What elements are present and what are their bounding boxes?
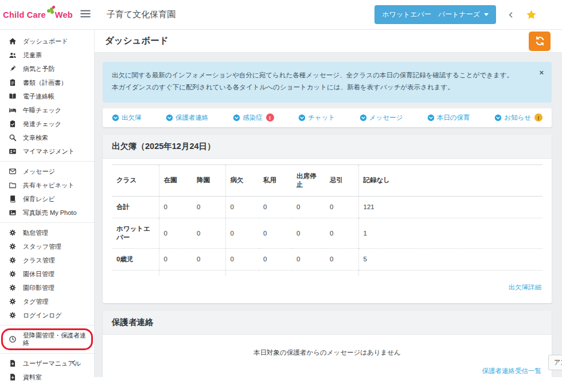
survey-corner-tab[interactable]: アン bbox=[548, 355, 562, 370]
attendance-column-header: 降園 bbox=[192, 164, 225, 196]
attendance-cell: 0 bbox=[292, 270, 325, 276]
attendance-card-body: クラス在園降園病欠私用出席停止忌引記録なし 合計000000121ホワットエバー… bbox=[103, 159, 552, 303]
sidebar-item-label: 園印影管理 bbox=[23, 284, 54, 292]
clover-icon bbox=[47, 7, 54, 13]
shortcut-shukketsubo[interactable]: 出欠簿 bbox=[112, 113, 142, 122]
sidebar-item-login-log[interactable]: ログインログ bbox=[0, 308, 94, 322]
chev-circle-down-icon bbox=[298, 114, 306, 121]
sidebar-item-hattatsu-check[interactable]: 発達チェック bbox=[0, 117, 94, 131]
attendance-cell: 0 bbox=[259, 196, 292, 218]
sidebar-item-denshi-renrakucho[interactable]: 電子連絡帳 bbox=[0, 89, 94, 103]
topbar: Child CareWeb 子育て文化保育園 ホワットエバー パートナーズ bbox=[0, 0, 562, 30]
sidebar: ダッシュボード児童票病気と予防書類（計画書）電子連絡帳午睡チェック発達チェック文… bbox=[0, 30, 95, 377]
sidebar-item-my-management[interactable]: マイマネジメント bbox=[0, 144, 94, 158]
chevron-left-icon bbox=[70, 359, 78, 367]
file-download-icon bbox=[9, 359, 17, 367]
star-icon[interactable] bbox=[526, 9, 537, 20]
sidebar-item-label: 文章検索 bbox=[23, 134, 48, 142]
sidebar-item-label: 写真販売 My Photo bbox=[23, 209, 77, 217]
sidebar-item-shorui-keikakusho[interactable]: 書類（計画書） bbox=[0, 76, 94, 89]
chev-circle-down-icon bbox=[494, 114, 502, 121]
shortcut-kansensho[interactable]: 感染症! bbox=[233, 113, 274, 122]
sidebar-item-class-kanri[interactable]: クラス管理 bbox=[0, 253, 94, 267]
attendance-detail-link[interactable]: 出欠簿詳細 bbox=[509, 284, 542, 291]
sidebar-item-label: 園休日管理 bbox=[23, 271, 54, 278]
attendance-cell: 0 bbox=[259, 270, 292, 276]
sidebar-item-gosui-check[interactable]: 午睡チェック bbox=[0, 103, 94, 117]
sidebar-item-kyoyu-cabinet[interactable]: 共有キャビネット bbox=[0, 178, 94, 192]
sidebar-item-staff-kanri[interactable]: スタッフ管理 bbox=[0, 240, 94, 253]
sidebar-item-hoiku-recipe[interactable]: 保育レシピ bbox=[0, 192, 94, 206]
sidebar-item-label: 発達チェック bbox=[23, 120, 61, 128]
banner-close-button[interactable]: × bbox=[539, 66, 544, 80]
sidebar-divider bbox=[0, 222, 94, 223]
attendance-row-class: ホワットエバー bbox=[112, 218, 159, 248]
account-dropdown-button[interactable]: ホワットエバー パートナーズ bbox=[374, 5, 496, 24]
refresh-button[interactable] bbox=[529, 32, 551, 51]
sidebar-divider bbox=[0, 325, 94, 326]
attendance-table-head: クラス在園降園病欠私用出席停止忌引記録なし bbox=[112, 164, 543, 196]
attendance-cell: 0 bbox=[325, 218, 358, 248]
attendance-row-class: 1歳児 bbox=[112, 270, 159, 276]
dashboard-content: 出欠に関する最新のインフォメーションや自分に宛てられた各種メッセージ、全クラスの… bbox=[95, 53, 562, 377]
sidebar-item-label: 午睡チェック bbox=[23, 107, 61, 114]
chev-circle-down-icon bbox=[360, 114, 367, 121]
sidebar-item-en-kyujitsu-kanri[interactable]: 園休日管理 bbox=[0, 267, 94, 281]
shortcut-chat[interactable]: チャット bbox=[298, 113, 335, 122]
attendance-table-scroll[interactable]: クラス在園降園病欠私用出席停止忌引記録なし 合計000000121ホワットエバー… bbox=[112, 164, 543, 276]
attendance-row: 0歳児0000005 bbox=[112, 248, 543, 270]
caret-down-icon bbox=[484, 13, 489, 16]
sidebar-divider bbox=[0, 161, 94, 162]
attendance-cell: 4 bbox=[358, 270, 543, 276]
gear-icon bbox=[9, 242, 17, 250]
attendance-cell: 0 bbox=[225, 270, 259, 276]
attendance-cell: 0 bbox=[259, 218, 292, 248]
sidebar-item-label: タグ管理 bbox=[23, 298, 49, 305]
notification-badge-red: ! bbox=[266, 113, 274, 121]
sidebar-item-jidohyo[interactable]: 児童票 bbox=[0, 48, 94, 62]
sidebar-collapse-button[interactable] bbox=[70, 359, 78, 369]
sidebar-item-tokoen-kanri-hogosha-renraku[interactable]: 登降園管理・保護者連絡 bbox=[1, 328, 93, 350]
attendance-cell: 0 bbox=[192, 248, 225, 270]
parent-contact-empty-message: 本日対象の保護者からのメッセージはありません bbox=[112, 336, 543, 359]
app-layout: ダッシュボード児童票病気と予防書類（計画書）電子連絡帳午睡チェック発達チェック文… bbox=[0, 30, 562, 377]
chevron-left-icon[interactable] bbox=[507, 11, 515, 19]
id-card-icon bbox=[9, 147, 17, 155]
attendance-cell: 0 bbox=[225, 218, 259, 248]
sidebar-item-label: 児童票 bbox=[23, 52, 42, 59]
main-area: ダッシュボード 出欠に関する最新のインフォメーションや自分に宛てられた各種メッセ… bbox=[95, 30, 562, 377]
hamburger-menu-button[interactable] bbox=[78, 7, 93, 22]
envelope-icon bbox=[9, 167, 17, 175]
shortcut-hogosha-renraku[interactable]: 保護者連絡 bbox=[166, 113, 209, 122]
attendance-column-header: 病欠 bbox=[225, 164, 259, 196]
chev-circle-down-icon bbox=[233, 114, 240, 121]
banner-line2: 本ガイダンスのすぐ下に配列されている各タイトルへのショートカットには、新着を表す… bbox=[112, 81, 532, 93]
sidebar-item-bunsho-kensaku[interactable]: 文章検索 bbox=[0, 131, 94, 144]
home-icon bbox=[9, 37, 17, 45]
shortcut-honjitsu-no-hoiku[interactable]: 本日の保育 bbox=[427, 113, 470, 122]
sidebar-item-shashin-hanbai[interactable]: 写真販売 My Photo bbox=[0, 206, 94, 219]
sidebar-item-shiryoshitsu[interactable]: 資料室 bbox=[0, 370, 94, 384]
chev-circle-down-icon bbox=[427, 114, 435, 121]
gear-icon bbox=[9, 270, 17, 278]
parent-contact-list-link[interactable]: 保護者連絡受信一覧 bbox=[482, 367, 542, 374]
sidebar-item-message[interactable]: メッセージ bbox=[0, 164, 94, 178]
attendance-table: クラス在園降園病欠私用出席停止忌引記録なし 合計000000121ホワットエバー… bbox=[112, 164, 543, 276]
sidebar-item-en-inei-kanri[interactable]: 園印影管理 bbox=[0, 281, 94, 295]
search-icon bbox=[9, 134, 17, 142]
bed-icon bbox=[9, 106, 17, 114]
sidebar-item-label: クラス管理 bbox=[23, 257, 55, 264]
attendance-cell: 0 bbox=[292, 248, 325, 270]
sidebar-item-tag-kanri[interactable]: タグ管理 bbox=[0, 295, 94, 308]
sidebar-item-user-manual[interactable]: ユーザーマニュアル bbox=[0, 356, 94, 370]
shortcut-oshirase[interactable]: お知らせ! bbox=[494, 113, 543, 122]
sidebar-item-byoki-to-yobo[interactable]: 病気と予防 bbox=[0, 62, 94, 76]
attendance-cell: 0 bbox=[225, 248, 259, 270]
shortcut-label: チャット bbox=[308, 113, 335, 122]
shortcut-message[interactable]: メッセージ bbox=[360, 113, 403, 122]
sidebar-item-dashboard[interactable]: ダッシュボード bbox=[0, 34, 94, 48]
attendance-cell: 0 bbox=[192, 196, 225, 218]
app-logo[interactable]: Child CareWeb bbox=[0, 10, 76, 20]
attendance-row: 1歳児0000004 bbox=[112, 270, 543, 276]
sidebar-item-kintai-kanri[interactable]: 勤怠管理 bbox=[0, 226, 94, 240]
